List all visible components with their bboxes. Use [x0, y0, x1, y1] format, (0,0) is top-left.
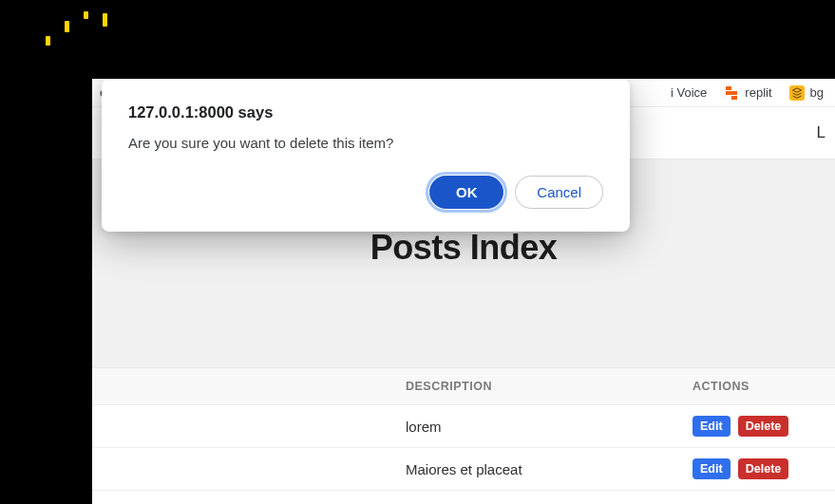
table-row: lorem Edit Delete: [92, 405, 835, 448]
col-header-actions: ACTIONS: [693, 368, 835, 405]
cell-description: lorem: [92, 405, 693, 448]
edit-button[interactable]: Edit: [693, 416, 731, 437]
bookmark-label: bg: [810, 85, 824, 100]
browser-viewport: e i Voice replit bg L Posts Index: [92, 79, 835, 504]
bookmark-replit[interactable]: replit: [724, 85, 771, 101]
dialog-buttons: OK Cancel: [128, 176, 603, 209]
delete-button[interactable]: Delete: [738, 458, 789, 479]
col-header-description: DESCRIPTION: [92, 368, 693, 405]
cell-description: Maiores et placeat: [92, 448, 693, 491]
edit-button[interactable]: Edit: [693, 458, 731, 479]
decorative-bar: [103, 13, 107, 27]
decorative-bar: [46, 36, 50, 46]
dialog-ok-button[interactable]: OK: [429, 176, 503, 209]
bookmark-bg[interactable]: bg: [789, 85, 824, 101]
delete-button[interactable]: Delete: [738, 416, 789, 437]
decorative-bar: [84, 11, 88, 19]
bookmark-label: replit: [745, 85, 771, 100]
table-row: Maiores et placeat Edit Delete: [92, 448, 835, 491]
svg-rect-2: [731, 96, 737, 100]
replit-icon: [724, 85, 739, 101]
dialog-cancel-button[interactable]: Cancel: [515, 176, 603, 209]
dialog-title: 127.0.0.1:8000 says: [128, 103, 603, 121]
table-header-row: DESCRIPTION ACTIONS: [92, 368, 835, 405]
svg-rect-0: [726, 86, 731, 90]
posts-table: DESCRIPTION ACTIONS lorem Edit Delete Ma…: [92, 368, 835, 491]
bg-icon: [789, 85, 805, 101]
cell-actions: Edit Delete: [693, 405, 835, 448]
confirm-dialog: 127.0.0.1:8000 says Are you sure you wan…: [102, 79, 630, 232]
decorative-bar: [65, 21, 69, 32]
svg-rect-1: [726, 91, 737, 95]
decorative-bars: [46, 8, 107, 46]
page-title: Posts Index: [92, 228, 835, 268]
nav-link-fragment[interactable]: L: [800, 123, 826, 142]
bookmark-label: i Voice: [671, 85, 707, 100]
dialog-message: Are you sure you want to delete this ite…: [128, 135, 603, 151]
bookmark-ai-voice[interactable]: i Voice: [671, 85, 707, 100]
cell-actions: Edit Delete: [693, 448, 835, 491]
